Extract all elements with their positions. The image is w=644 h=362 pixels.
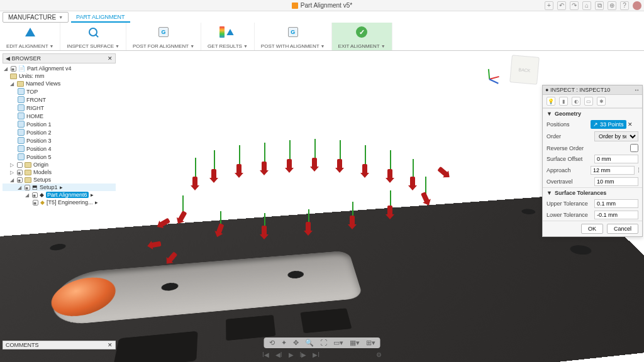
timeline-playback: I◀ ◀I ▶ I▶ ▶I ⚙	[0, 349, 644, 359]
look-at-icon[interactable]: ✦	[281, 339, 287, 347]
tree-view-pos2[interactable]: Position 2	[3, 128, 116, 136]
grid-add-icon[interactable]: +	[545, 1, 553, 10]
prop-positions: Positions ↗ 33 Points ✕	[543, 119, 642, 130]
view-toolbar: ⟲ ✦ ✥ 🔍 ⛶ ▭▾ ▦▾ ⊞▾	[264, 337, 380, 348]
fit-icon[interactable]: ⛶	[320, 339, 327, 347]
overtravel-input[interactable]	[594, 177, 638, 186]
tree-models[interactable]: ▷Models	[3, 168, 116, 176]
edit-alignment-button[interactable]: EDIT ALIGNMENT▼	[0, 23, 60, 50]
prop-order: Order Order by selectio	[543, 130, 642, 143]
step-back-icon[interactable]: ◀I	[275, 351, 282, 358]
main-area: BACK ◀ BROWSER✕ ◢📄Part Alignment v4 Unit…	[0, 51, 644, 362]
tree-view-top[interactable]: TOP	[3, 87, 116, 96]
section-geometry[interactable]: ▼ Geometry	[543, 108, 642, 119]
more-options-icon[interactable]: ⋮	[636, 167, 641, 173]
positions-badge[interactable]: ↗ 33 Points	[591, 120, 626, 129]
tree-part-alignment-item[interactable]: ◢◆Part Alignment6▸	[3, 191, 116, 199]
tree-view-pos4[interactable]: Position 4	[3, 145, 116, 153]
tree-setups[interactable]: ◢Setups	[3, 176, 116, 184]
tree-engineering[interactable]: ◆[T5] Engineering...▸	[3, 199, 116, 206]
get-results-button[interactable]: GET RESULTS▼	[201, 23, 255, 50]
home-icon[interactable]: ⌂	[582, 1, 591, 10]
tree-view-pos5[interactable]: Position 5	[3, 153, 116, 161]
expand-comments-icon[interactable]: ✕	[108, 342, 113, 348]
tree-origin[interactable]: ▷Origin	[3, 161, 116, 168]
section-surface-tolerances[interactable]: ▼ Surface Tolerances	[543, 187, 642, 198]
exit-alignment-button[interactable]: EXIT ALIGNMENT▼	[332, 23, 392, 50]
inspect-surface-icon	[89, 28, 97, 36]
tree-view-front[interactable]: FRONT	[3, 96, 116, 104]
browser-panel: ◀ BROWSER✕ ◢📄Part Alignment v4 Units: mm…	[3, 53, 116, 207]
prop-upper-tolerance: Upper Tolerance	[543, 198, 642, 209]
viewcube[interactable]: BACK	[509, 55, 540, 85]
extensions-icon[interactable]: ⧉	[595, 1, 604, 10]
pan-icon[interactable]: ✥	[293, 339, 299, 347]
prop-lower-tolerance: Lower Tolerance	[543, 209, 642, 221]
upper-tolerance-input[interactable]	[594, 199, 638, 208]
workspace-label: MANUFACTURE	[8, 14, 56, 21]
chevron-down-icon: ▼	[58, 15, 63, 19]
ok-button[interactable]: OK	[581, 224, 603, 234]
exit-check-icon	[356, 26, 367, 38]
comments-panel[interactable]: COMMENTS✕	[3, 341, 116, 349]
prop-reverse-order: Reverse Order	[543, 143, 642, 153]
inspect-tab-icons: 💡 ▮ ◐ ▭ ✱	[543, 95, 642, 108]
step-forward-icon[interactable]: I▶	[300, 351, 307, 358]
goto-start-icon[interactable]: I◀	[262, 351, 269, 358]
inspect-surface-button[interactable]: INSPECT SURFACE▼	[60, 23, 126, 50]
inspect-tab-light-icon[interactable]: 💡	[547, 97, 555, 106]
prop-overtravel: Overtravel	[543, 176, 642, 187]
selected-surface	[45, 275, 119, 319]
goto-end-icon[interactable]: ▶I	[313, 351, 319, 358]
inspect-tab-target-icon[interactable]: ✱	[597, 97, 606, 106]
orbit-icon[interactable]: ⟲	[269, 339, 275, 347]
display-style-icon[interactable]: ▭▾	[333, 339, 343, 347]
redo-icon[interactable]: ↷	[570, 1, 579, 10]
app-icon	[292, 3, 298, 9]
gcode-icon	[158, 27, 169, 37]
panel-menu-icon[interactable]: ↔	[634, 87, 640, 93]
tree-setup1[interactable]: ◢⬒Setup1▸	[3, 184, 116, 191]
browser-header[interactable]: ◀ BROWSER✕	[3, 53, 116, 63]
tree-view-home[interactable]: HOME	[3, 112, 116, 120]
surface-offset-input[interactable]	[594, 155, 638, 163]
user-avatar[interactable]	[633, 1, 641, 10]
post-for-alignment-button[interactable]: POST FOR ALIGNMENT▼	[126, 23, 201, 50]
tree-view-pos1[interactable]: Position 1	[3, 120, 116, 128]
results-palette-icon	[219, 26, 225, 38]
inspect-tab-cycle-icon[interactable]: ◐	[572, 97, 580, 106]
inspect-panel: ● INSPECT : INSPECT10 ↔ 💡 ▮ ◐ ▭ ✱ ▼ Geom…	[542, 85, 643, 237]
approach-input[interactable]	[591, 166, 635, 175]
undo-icon[interactable]: ↶	[557, 1, 566, 10]
reverse-order-checkbox[interactable]	[630, 144, 638, 152]
timeline-settings-icon[interactable]: ⚙	[376, 351, 382, 358]
help-icon[interactable]: ?	[620, 1, 629, 10]
edit-alignment-icon	[25, 28, 35, 36]
notifications-icon[interactable]: ⊕	[608, 1, 616, 10]
tree-named-views[interactable]: ◢Named Views	[3, 80, 116, 87]
snap-icon[interactable]: ⊞▾	[366, 339, 375, 347]
post-with-alignment-button[interactable]: POST WITH ALIGNMENT▼	[255, 23, 332, 50]
tree-view-right[interactable]: RIGHT	[3, 104, 116, 112]
prop-surface-offset: Surface Offset	[543, 153, 642, 165]
cancel-button[interactable]: Cancel	[607, 224, 638, 234]
tree-units[interactable]: Units: mm	[3, 72, 116, 80]
inspect-header[interactable]: ● INSPECT : INSPECT10 ↔	[543, 85, 642, 95]
play-icon[interactable]: ▶	[289, 351, 294, 358]
window-title-bar: Part Alignment v5* + ↶ ↷ ⌂ ⧉ ⊕ ?	[0, 0, 644, 11]
tree-root[interactable]: ◢📄Part Alignment v4	[3, 65, 116, 72]
clear-selection-icon[interactable]: ✕	[628, 121, 633, 128]
panel-options-icon[interactable]: ✕	[108, 55, 113, 62]
grid-icon[interactable]: ▦▾	[350, 339, 360, 347]
zoom-icon[interactable]: 🔍	[305, 339, 314, 347]
tree-view-pos3[interactable]: Position 3	[3, 136, 116, 145]
tab-part-alignment[interactable]: PART ALIGNMENT	[71, 13, 130, 23]
order-select[interactable]: Order by selectio	[594, 131, 638, 141]
workspace-selector[interactable]: MANUFACTURE ▼	[3, 12, 69, 23]
inspect-tab-probe-icon[interactable]: ▮	[559, 97, 568, 106]
prop-approach: Approach ⋮	[543, 165, 642, 176]
lower-tolerance-input[interactable]	[594, 211, 638, 219]
gcode-icon-2	[288, 27, 298, 37]
ribbon: MANUFACTURE ▼ PART ALIGNMENT EDIT ALIGNM…	[0, 11, 644, 51]
inspect-tab-box-icon[interactable]: ▭	[584, 97, 593, 106]
